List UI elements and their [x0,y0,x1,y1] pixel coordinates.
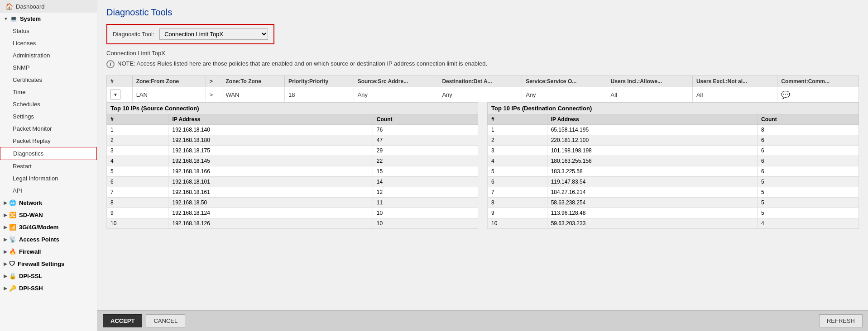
sidebar-item-legal-information[interactable]: Legal Information [0,172,97,184]
dest-count: 5 [758,177,859,187]
main-content: Diagnostic Tools Diagnostic Tool: Connec… [97,0,868,306]
dest-count: 8 [758,125,859,135]
sidebar-item-schedules[interactable]: Schedules [0,98,97,110]
dest-num: 10 [488,218,547,229]
top-source-title: Top 10 IPs (Source Connection) [106,102,478,114]
source-num: 6 [107,177,168,187]
dest-ip-row: 7184.27.16.2145 [488,187,859,198]
sidebar-section-firewall-settings[interactable]: ▶ 🛡 Firewall Settings [0,258,97,270]
firewall-expand-arrow: ▶ [4,249,7,254]
rule-table: # Zone:From Zone > Zone:To Zone Priority… [106,76,859,102]
sidebar-item-status[interactable]: Status [0,25,97,37]
dest-count: 6 [758,156,859,166]
source-ip-row: 10192.168.18.12610 [107,218,478,229]
cancel-button[interactable]: CANCEL [146,314,185,327]
sidebar-section-firewall[interactable]: ▶ 🔥 Firewall [0,246,97,258]
dest-num: 1 [488,125,547,135]
source-ip: 192.168.18.126 [168,218,373,229]
dpi-ssl-icon: 🔒 [9,273,16,279]
dest-ip-row: 2220.181.12.1006 [488,135,859,146]
source-num: 4 [107,156,168,166]
top-destination-table: # IP Address Count 165.158.114.19582220.… [487,114,859,229]
source-ip: 192.168.18.145 [168,156,373,166]
source-count: 47 [373,135,478,146]
accept-button[interactable]: ACCEPT [103,314,142,327]
sidebar-item-dashboard[interactable]: 🏠 Dashboard [0,0,97,13]
sidebar-item-diagnostics[interactable]: Diagnostics [0,147,97,160]
bottom-bar: ACCEPT CANCEL REFRESH [97,310,868,331]
source-col-count: Count [373,114,478,125]
3g4g-expand-arrow: ▶ [4,225,7,230]
source-ip: 192.168.18.50 [168,198,373,208]
dest-ip-row: 1059.63.203.2334 [488,218,859,229]
sidebar-item-snmp[interactable]: SNMP [0,61,97,74]
source-ip-row: 5192.168.18.16615 [107,166,478,177]
dest-num: 5 [488,166,547,177]
source-count: 29 [373,146,478,156]
dest-count: 5 [758,208,859,218]
sidebar-section-sdwan[interactable]: ▶ 🔀 SD-WAN [0,209,97,221]
cell-from-zone: LAN [132,87,206,102]
dest-col-num: # [488,114,547,125]
sidebar-section-network[interactable]: ▶ 🌐 Network [0,197,97,209]
top-destination-section: Top 10 IPs (Destination Connection) # IP… [487,102,859,229]
access-points-icon: 📡 [9,236,16,243]
sidebar-item-time[interactable]: Time [0,86,97,98]
source-num: 3 [107,146,168,156]
dest-num: 4 [488,156,547,166]
cell-dropdown[interactable]: ▼ [107,87,133,102]
dpi-ssl-expand-arrow: ▶ [4,274,7,279]
sidebar-label-3g4g: 3G/4G/Modem [19,224,58,231]
info-icon: i [106,60,115,68]
dest-ip: 184.27.16.214 [547,187,757,198]
source-num: 5 [107,166,168,177]
sidebar-item-packet-replay[interactable]: Packet Replay [0,135,97,147]
sidebar-label-snmp: SNMP [13,64,30,71]
row-dropdown-button[interactable]: ▼ [110,90,120,99]
source-ip: 192.168.18.101 [168,177,373,187]
source-count: 12 [373,187,478,198]
access-points-expand-arrow: ▶ [4,237,7,242]
network-expand-arrow: ▶ [4,200,7,205]
dest-ip: 183.3.225.58 [547,166,757,177]
sidebar-label-dpi-ssl: DPI-SSL [19,273,42,279]
sidebar-section-dpi-ssh[interactable]: ▶ 🔑 DPI-SSH [0,282,97,294]
col-users-incl: Users Incl.:Allowe... [607,76,692,87]
sidebar-item-certificates[interactable]: Certificates [0,74,97,86]
refresh-button[interactable]: REFRESH [819,314,863,327]
sidebar-item-api[interactable]: API [0,184,97,197]
sidebar-item-restart[interactable]: Restart [0,160,97,172]
note-text: NOTE: Access Rules listed here are those… [117,60,487,67]
sidebar-item-licenses[interactable]: Licenses [0,37,97,49]
sidebar-section-3g4g[interactable]: ▶ 📶 3G/4G/Modem [0,221,97,233]
tool-selector-box: Diagnostic Tool: Connection Limit TopX D… [106,24,274,44]
dest-ip-row: 5183.3.225.586 [488,166,859,177]
source-count: 11 [373,198,478,208]
diagnostic-tool-select[interactable]: Connection Limit TopX DNS Lookup Network… [159,28,268,40]
sidebar-label-settings: Settings [13,113,34,120]
system-expand-arrow: ▼ [4,16,8,21]
dest-ip: 65.158.114.195 [547,125,757,135]
sidebar-section-dpi-ssl[interactable]: ▶ 🔒 DPI-SSL [0,270,97,282]
dest-num: 3 [488,146,547,156]
table-row: ▼ LAN > WAN 18 Any Any Any All All 💬 [107,87,859,102]
firewall-icon: 🔥 [9,248,16,255]
source-num: 8 [107,198,168,208]
system-icon: 💻 [10,15,17,22]
sidebar-label-api: API [13,187,22,194]
3g4g-icon: 📶 [9,224,16,231]
source-num: 10 [107,218,168,229]
sidebar-item-packet-monitor[interactable]: Packet Monitor [0,123,97,135]
dest-count: 6 [758,166,859,177]
comment-icon: 💬 [781,91,790,99]
dest-ip-row: 4180.163.255.1566 [488,156,859,166]
source-ip: 192.168.18.180 [168,135,373,146]
sidebar-section-access-points[interactable]: ▶ 📡 Access Points [0,233,97,246]
sidebar-item-administration[interactable]: Administration [0,49,97,61]
col-service: Service:Service O... [522,76,607,87]
sidebar-label-administration: Administration [13,52,50,59]
sidebar-section-system[interactable]: ▼ 💻 System [0,13,97,25]
firewall-settings-icon: 🛡 [9,260,15,267]
sidebar-item-settings[interactable]: Settings [0,110,97,123]
source-count: 14 [373,177,478,187]
